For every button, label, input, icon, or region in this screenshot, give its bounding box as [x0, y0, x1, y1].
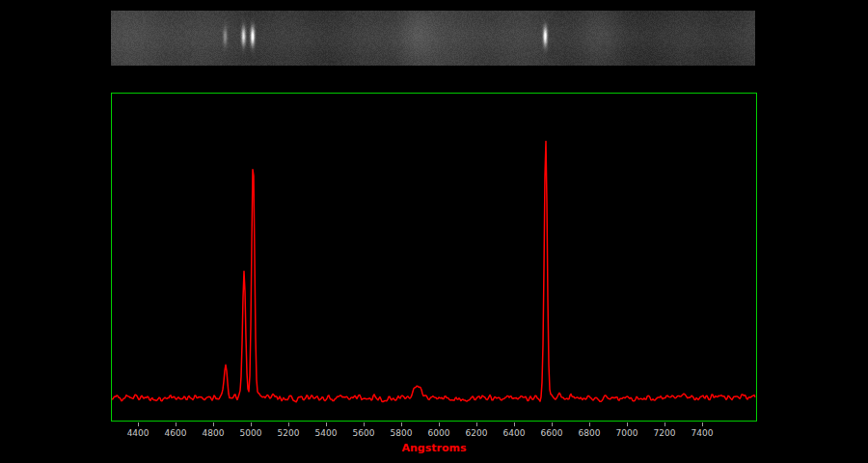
spectrum-plot	[112, 94, 756, 421]
x-tick-mark	[213, 422, 214, 426]
x-tick-mark	[251, 422, 252, 426]
x-axis: 4400460048005000520054005600580060006200…	[111, 422, 757, 442]
x-tick-mark	[364, 422, 365, 426]
x-tick-mark	[439, 422, 440, 426]
x-tick-mark	[589, 422, 590, 426]
x-tick-label: 5600	[347, 428, 380, 438]
x-tick-mark	[138, 422, 139, 426]
spectroscopy-viewer: 4400460048005000520054005600580060006200…	[0, 0, 868, 463]
x-tick-label: 6600	[535, 428, 568, 438]
x-tick-label: 6200	[460, 428, 493, 438]
x-tick-mark	[326, 422, 327, 426]
x-tick-mark	[176, 422, 176, 426]
x-tick-mark	[552, 422, 553, 426]
x-tick-label: 6000	[422, 428, 455, 438]
x-tick-mark	[514, 422, 515, 426]
x-tick-mark	[665, 422, 665, 426]
x-tick-label: 5200	[272, 428, 305, 438]
x-tick-mark	[476, 422, 477, 426]
x-tick-label: 7400	[686, 428, 719, 438]
x-tick-label: 4800	[197, 428, 230, 438]
x-tick-label: 7200	[648, 428, 681, 438]
x-tick-mark	[702, 422, 703, 426]
x-tick-label: 4600	[159, 428, 192, 438]
x-axis-title: Angstroms	[111, 442, 757, 454]
x-tick-label: 6800	[573, 428, 606, 438]
x-tick-label: 5400	[310, 428, 342, 438]
x-tick-mark	[288, 422, 289, 426]
x-tick-label: 5800	[385, 428, 418, 438]
spectrum-plot-frame	[111, 93, 757, 422]
x-tick-label: 6400	[498, 428, 530, 438]
raw-spectrum-strip-image	[111, 11, 755, 66]
x-tick-label: 7000	[610, 428, 643, 438]
x-tick-mark	[401, 422, 402, 426]
x-tick-label: 5000	[234, 428, 267, 438]
x-tick-mark	[627, 422, 628, 426]
x-tick-label: 4400	[122, 428, 154, 438]
